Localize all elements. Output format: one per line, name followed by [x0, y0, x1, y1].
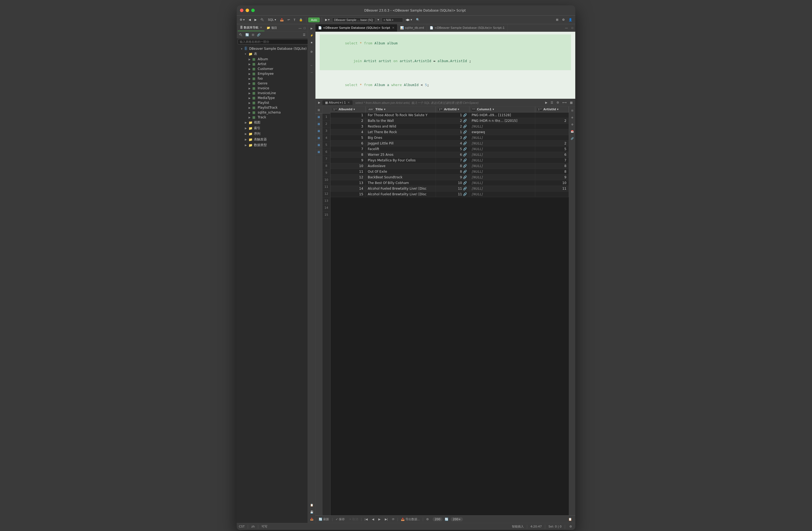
grid-cell[interactable]: Restless and Wild [365, 124, 436, 129]
col-albumid[interactable]: 1¹³ AlbumId ▾ [331, 107, 365, 112]
search-btn[interactable]: 🔍 [415, 17, 421, 22]
grid-cell[interactable]: 11 🔗 [436, 186, 469, 192]
schema-input[interactable] [381, 17, 403, 22]
forward-btn[interactable]: ▶ [253, 17, 258, 22]
index-folder[interactable]: ▶ 📁 索引 [237, 125, 308, 131]
tab-max-btn[interactable]: □ [569, 25, 575, 31]
grid-cell[interactable]: 9 [331, 158, 365, 163]
settings-btn[interactable]: ⚙ [561, 17, 566, 22]
col-artistid[interactable]: 1⁹⁹ ArtistId ▾ [436, 107, 469, 112]
grid-cell[interactable]: 1 🔗 [436, 112, 469, 118]
table-invoice[interactable]: ▶ ▦ Invoice [237, 86, 308, 90]
editor-tab-erd[interactable]: 📊 sqlite_db.erd [397, 24, 427, 32]
result-filter-btn[interactable]: ☰ [550, 100, 554, 105]
grid-side-3[interactable]: ⚙ [569, 122, 575, 127]
nav-last-btn[interactable]: ▶| [383, 517, 389, 521]
grid-cell[interactable]: Out Of Exile [365, 169, 436, 174]
grid-cell[interactable]: Alcohol Fueled Brewtality Live! [Disc [365, 192, 436, 197]
run-btn[interactable]: ▶ ▾ [324, 17, 331, 22]
script-tab-close[interactable]: ✕ [392, 26, 394, 30]
col-column1[interactable]: ⁰¹⁹ Column1 ▾ [469, 107, 535, 112]
nav-first-btn[interactable]: |◀ [363, 517, 369, 521]
collapse-tree-btn[interactable]: ⊟ [251, 32, 255, 37]
grid-cell[interactable]: [NULL] [469, 169, 535, 174]
col-title[interactable]: ABC Title ▾ [365, 107, 436, 112]
grid-cell[interactable]: 8 [535, 169, 569, 174]
grid-cell[interactable]: 2 🔗 [436, 124, 469, 129]
result-settings-btn[interactable]: ⚙ [555, 100, 560, 105]
grid-cell[interactable]: Warner 25 Anos [365, 152, 436, 158]
grid-cell[interactable]: 9 [535, 174, 569, 180]
grid-cell[interactable]: 8 🔗 [436, 163, 469, 169]
table-row[interactable]: 7Facelift5 🔗[NULL]5 [331, 146, 569, 152]
grid-cell[interactable]: 2 [331, 118, 365, 124]
grid-cell[interactable]: Big Ones [365, 135, 436, 141]
link-editor-btn[interactable]: 🔗 [256, 32, 262, 37]
table-row[interactable]: 15Alcohol Fueled Brewtality Live! [Disc1… [331, 192, 569, 197]
user-btn[interactable]: 👤 [567, 17, 574, 22]
editor-tab-script[interactable]: 📄 <DBeaver Sample Database (SQLite)> Scr… [316, 24, 397, 32]
grid-side-5[interactable]: 🔗 [569, 136, 575, 141]
refresh-btn[interactable]: 🔄 刷新 [317, 517, 331, 522]
grid-cell[interactable]: [NULL] [469, 141, 535, 146]
table-row[interactable]: 1For Those About To Rock We Salute Y1 🔗P… [331, 112, 569, 118]
grid-cell[interactable]: 2 [535, 118, 569, 124]
grid-cell[interactable]: 8 [535, 163, 569, 169]
sql-btn[interactable]: SQL ▾ [266, 17, 278, 22]
datatypes-folder[interactable]: ▶ 📁 数据类型 [237, 142, 308, 148]
views-folder[interactable]: ▶ 📁 视图 [237, 120, 308, 125]
table-row[interactable]: 8Warner 25 Anos6 🔗[NULL]6 [331, 152, 569, 158]
grid-side-2[interactable]: ⊕ [569, 115, 575, 121]
tree-root-item[interactable]: ▾ 🗄 DBeaver Sample Database (SQLite) [237, 46, 308, 51]
nav-prev-btn[interactable]: ◀ [370, 517, 376, 521]
minimize-button[interactable] [246, 9, 249, 12]
grid-cell[interactable]: 14 [331, 186, 365, 192]
grid-cell[interactable]: 6 🔗 [436, 152, 469, 158]
grid-cell[interactable]: Let There Be Rock [365, 129, 436, 135]
table-playlist[interactable]: ▶ ▦ Playlist [237, 100, 308, 105]
db-connection-input[interactable] [332, 17, 375, 22]
grid-cell[interactable]: 1 🔗 [436, 129, 469, 135]
grid-cell[interactable]: 6 [535, 152, 569, 158]
grid-cell[interactable] [535, 112, 569, 118]
maximize-button[interactable] [251, 9, 255, 12]
run-script-btn[interactable]: ▶ [309, 25, 315, 31]
result-col-btn[interactable]: ▦ [569, 100, 574, 105]
panel-min-btn[interactable]: — [298, 26, 303, 30]
back-btn[interactable]: ◀ [247, 17, 252, 22]
trigger-folder[interactable]: ▶ 📁 表触发器 [237, 137, 308, 142]
panel-max-btn[interactable]: □ [303, 26, 307, 30]
result-run-btn[interactable]: ▶ [317, 100, 321, 105]
table-row[interactable]: 3Restless and Wild2 🔗[NULL] [331, 124, 569, 129]
new-conn-small-btn[interactable]: 🔌 [238, 32, 244, 37]
grid-cell[interactable]: 12 [331, 174, 365, 180]
table-row[interactable]: 12BackBeat Soundtrack9 🔗[NULL]9 [331, 174, 569, 180]
grid-cell[interactable]: 13 [331, 180, 365, 186]
export-data-btn[interactable]: 📤 导出数据... [399, 517, 421, 522]
more-btn[interactable]: ◀▶ ▾ [404, 17, 414, 22]
table-genre[interactable]: ▶ ▦ Genre [237, 81, 308, 86]
grid-cell[interactable]: 11 [535, 186, 569, 192]
col-artistid2[interactable]: 1¹³ ArtistId ▾ [535, 107, 569, 112]
nav-btn[interactable]: ⚙ ▾ [238, 17, 246, 22]
grid-cell[interactable]: [NULL] [469, 163, 535, 169]
grid-cell[interactable]: 15 [331, 192, 365, 197]
data-grid[interactable]: 1¹³ AlbumId ▾ ABC Title [331, 107, 569, 515]
table-sqliteschema[interactable]: ▶ ▦ sqlite_schema [237, 110, 308, 115]
grid-cell[interactable]: 3 [331, 124, 365, 129]
table-artist[interactable]: ▶ ▦ Artist [237, 61, 308, 67]
editor-tab-script1[interactable]: 📄 <DBeaver Sample Database (SQLite)> Scr… [427, 24, 508, 32]
refresh-tree-btn[interactable]: 🔄 [244, 32, 250, 37]
grid-cell[interactable]: 5 [331, 135, 365, 141]
explain-btn[interactable]: ⚡ [309, 32, 315, 38]
grid-cell[interactable]: ewqewq [469, 129, 535, 135]
grid-cell[interactable]: [NULL] [469, 146, 535, 152]
table-customer[interactable]: ▶ ▦ Customer [237, 67, 308, 71]
grid-cell[interactable]: 3 🔗 [436, 135, 469, 141]
grid-cell[interactable]: 2 [535, 141, 569, 146]
grid-cell[interactable]: 2 🔗 [436, 118, 469, 124]
grid-cell[interactable]: 10 [331, 163, 365, 169]
commit-btn[interactable]: 📤 [279, 17, 285, 22]
table-invoiceline[interactable]: ▶ ▦ InvoiceLine [237, 90, 308, 96]
table-foo[interactable]: ▶ ▦ foo [237, 76, 308, 81]
